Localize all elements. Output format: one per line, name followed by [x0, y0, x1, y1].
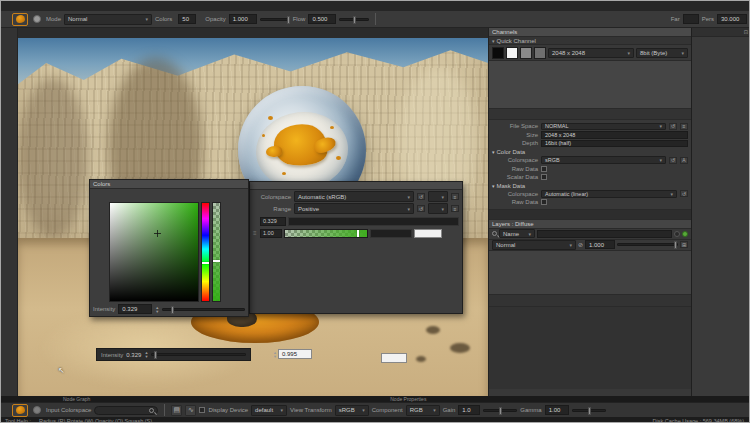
paint-buffer-button[interactable]: [33, 406, 41, 414]
gain-field[interactable]: 1.0: [458, 405, 480, 415]
colors-panel-titlebar[interactable]: Colors: [90, 180, 248, 189]
alpha-entry-field[interactable]: [414, 229, 442, 238]
channels-panel-titlebar[interactable]: Channels: [489, 28, 691, 37]
eraser-button[interactable]: [33, 15, 41, 23]
hue-strip[interactable]: [201, 202, 210, 302]
opacity-slider-knob[interactable]: [287, 16, 290, 24]
reset-colorspace-icon[interactable]: ↺: [417, 193, 425, 200]
alpha-strip[interactable]: [212, 202, 221, 302]
intensity-slider[interactable]: [162, 308, 245, 311]
section-caret-icon[interactable]: ▾: [492, 183, 495, 189]
lut-checkbox[interactable]: [199, 407, 205, 413]
palette-strip-header[interactable]: ⊡: [692, 28, 750, 37]
channel-swatch-black[interactable]: [492, 47, 504, 59]
mini-dropdown[interactable]: ▾: [428, 203, 448, 214]
gamma-knob[interactable]: [588, 407, 591, 415]
layers-panel-titlebar[interactable]: Layers : Diffuse: [489, 220, 691, 229]
reset-icon[interactable]: ↺: [680, 190, 688, 197]
paint-tool-active-button[interactable]: [12, 13, 28, 26]
paint-mode-dropdown[interactable]: Normal▾: [64, 14, 152, 25]
layer-amount-field[interactable]: 1.000: [585, 240, 615, 249]
intensity-knob[interactable]: [171, 306, 174, 314]
intensity-mini-slider[interactable]: Intensity 0.329 ▲▼: [96, 348, 251, 361]
view-transform-dropdown[interactable]: sRGB▾: [335, 405, 369, 416]
scalar-data-checkbox[interactable]: [541, 174, 547, 180]
input-colorspace-field[interactable]: [94, 406, 158, 415]
colorspace-dropdown[interactable]: sRGB▾: [541, 156, 666, 164]
lock-alpha-icon[interactable]: ⊘: [578, 241, 583, 249]
mask-raw-checkbox[interactable]: [541, 199, 547, 205]
amount-knob[interactable]: [674, 241, 677, 249]
saturation-value-square[interactable]: [109, 202, 199, 302]
step-down-icon[interactable]: ▼: [273, 355, 277, 358]
paint-target-active-button[interactable]: [12, 404, 28, 417]
intensity-slider-knob[interactable]: [154, 351, 157, 359]
gain-knob[interactable]: [499, 407, 502, 415]
gamma-slider[interactable]: [572, 409, 606, 412]
options-icon[interactable]: ≡: [451, 193, 459, 200]
alpha-gradient-slider[interactable]: [284, 229, 368, 238]
channel-swatch-white[interactable]: [506, 47, 518, 59]
filter-toggle-icon[interactable]: [674, 231, 680, 237]
flow-slider-knob[interactable]: [353, 16, 356, 24]
step-down-icon[interactable]: ▼: [155, 310, 159, 313]
step-down-icon[interactable]: ▼: [144, 355, 148, 358]
radius-size-field[interactable]: 50: [178, 14, 196, 24]
color-data-section[interactable]: ▾ Color Data: [492, 148, 688, 156]
slider-marker[interactable]: [357, 230, 359, 237]
channel-size-dropdown[interactable]: 2048 x 2048▾: [548, 48, 634, 58]
gain-slider[interactable]: [483, 409, 517, 412]
blend-mode-dropdown[interactable]: Normal▾: [492, 240, 576, 250]
reset-icon[interactable]: ↺: [669, 157, 677, 164]
quick-channel-row[interactable]: ▾ Quick Channel: [489, 37, 691, 45]
component-dropdown[interactable]: RGB▾: [406, 405, 440, 416]
value-entry-field[interactable]: 0.995: [278, 349, 312, 359]
reset-icon[interactable]: ↺: [669, 123, 677, 130]
auto-icon[interactable]: A: [680, 157, 688, 164]
flow-slider[interactable]: [339, 18, 369, 21]
filter-dropdown[interactable]: Name▾: [499, 229, 535, 238]
value-entry-field-2[interactable]: [381, 353, 407, 363]
options-icon[interactable]: ≡: [451, 205, 459, 212]
expand-caret-icon[interactable]: ▾: [492, 38, 495, 44]
intensity-stepper[interactable]: ▲▼: [144, 351, 148, 358]
dock-config-icon[interactable]: ⊡: [744, 29, 748, 35]
color-managed-icon[interactable]: ▤: [171, 405, 182, 416]
sync-status-icon[interactable]: [682, 231, 688, 237]
layer-filter-input[interactable]: [537, 230, 672, 238]
intensity-slider-track[interactable]: [151, 353, 246, 356]
opacity-slider[interactable]: [260, 18, 290, 21]
flow-field[interactable]: 0.500: [308, 14, 336, 24]
channel-depth-dropdown[interactable]: 8bit (Byte)▾: [636, 48, 688, 58]
intensity-value-field[interactable]: 0.329: [260, 217, 286, 226]
far-field[interactable]: [683, 14, 699, 24]
curve-icon[interactable]: ∿: [185, 405, 196, 416]
intensity-field[interactable]: 0.329: [118, 304, 152, 314]
file-space-dropdown[interactable]: NORMAL▾: [541, 123, 666, 131]
alpha-marker[interactable]: [213, 260, 220, 262]
intensity-long-slider[interactable]: [288, 217, 459, 226]
intensity-stepper[interactable]: ▲▼: [155, 306, 159, 313]
reset-range-icon[interactable]: ↺: [417, 205, 425, 212]
colorspace-dropdown[interactable]: Automatic (sRGB)▾: [294, 191, 414, 202]
channel-swatch-darkgrey[interactable]: [534, 47, 546, 59]
pers-field[interactable]: 30.000: [717, 14, 747, 24]
hue-marker[interactable]: [202, 262, 209, 264]
mask-data-section[interactable]: ▾ Mask Data: [492, 182, 688, 190]
opacity-field[interactable]: 1.000: [229, 14, 257, 24]
options-icon[interactable]: ≡: [680, 123, 688, 130]
display-device-dropdown[interactable]: default▾: [251, 405, 287, 416]
mask-colorspace-dropdown[interactable]: Automatic (linear)▾: [541, 190, 677, 198]
add-amount-icon[interactable]: ⊞: [680, 241, 688, 248]
alpha-value-field[interactable]: 1.00: [260, 229, 282, 238]
values-panel-titlebar[interactable]: [250, 182, 462, 190]
raw-data-checkbox[interactable]: [541, 166, 547, 172]
value-stepper[interactable]: ▲▼: [273, 351, 277, 358]
range-dropdown[interactable]: Positive▾: [294, 203, 414, 214]
mini-dropdown[interactable]: ▾: [428, 191, 448, 202]
alpha-numeric-area[interactable]: [370, 229, 412, 238]
layer-amount-slider[interactable]: [617, 243, 678, 246]
gamma-field[interactable]: 1.00: [545, 405, 569, 415]
channel-swatch-grey[interactable]: [520, 47, 532, 59]
section-caret-icon[interactable]: ▾: [492, 149, 495, 155]
